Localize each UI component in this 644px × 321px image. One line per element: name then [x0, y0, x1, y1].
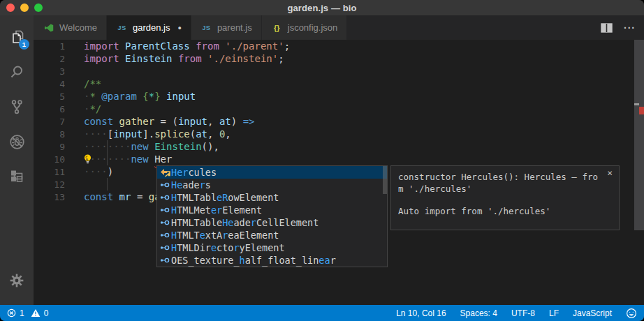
suggest-item[interactable]: HTMLDirectoryElement: [157, 241, 387, 254]
zoom-window-button[interactable]: [34, 3, 43, 12]
class-symbol-icon: [159, 168, 171, 177]
close-window-button[interactable]: [6, 3, 15, 12]
code-text: import ParentClass from './parent';: [84, 40, 290, 52]
modified-dot[interactable]: ●: [177, 24, 181, 31]
line-number: 4: [34, 78, 84, 91]
code-line[interactable]: 9········new Einstein(),: [34, 140, 644, 153]
status-bar: 1 0 Ln 10, Col 16 Spaces: 4 UTF-8 LF Jav…: [0, 305, 644, 321]
code-text: ····): [84, 165, 113, 178]
eol-status[interactable]: LF: [549, 308, 559, 318]
tab-label: jsconfig.json: [288, 22, 338, 33]
code-text: const gather = (input, at) =>: [84, 115, 254, 128]
code-line[interactable]: 6·*/: [34, 103, 644, 115]
global-symbol-icon: [159, 255, 171, 265]
suggest-item[interactable]: HTMLTableRowElement: [157, 191, 387, 204]
tab-welcome[interactable]: Welcome: [34, 15, 107, 40]
line-number: 3: [34, 66, 84, 78]
suggest-widget: HerculesHeadersHTMLTableRowElementHTMLMe…: [156, 165, 388, 267]
code-text: /**: [84, 77, 101, 90]
cursor-position-status[interactable]: Ln 10, Col 16: [396, 308, 446, 318]
suggest-item[interactable]: Hercules: [157, 166, 387, 179]
suggest-docs-signature: constructor Hercules(): Hercules — from …: [398, 171, 602, 195]
tab-garden-js[interactable]: JS garden.js ●: [107, 15, 191, 40]
line-number: 12: [34, 179, 84, 191]
overview-cursor-marker: [634, 103, 639, 105]
feedback-smiley-icon[interactable]: [626, 308, 637, 319]
code-line[interactable]: 10········new Her: [34, 153, 644, 165]
tab-bar: Welcome JS garden.js ● JS parent.js {} j…: [34, 15, 644, 40]
global-symbol-icon: [159, 205, 171, 215]
git-branch-icon: [8, 98, 25, 115]
code-text: ····[input].splice(at, 0,: [84, 128, 231, 140]
suggest-item[interactable]: OES_texture_half_float_linear: [157, 254, 387, 267]
line-number: 6: [34, 103, 84, 116]
warning-icon: [31, 308, 41, 318]
code-line[interactable]: 1import ParentClass from './parent';: [34, 40, 644, 52]
suggest-item-label: Headers: [171, 179, 211, 191]
gear-icon: [9, 273, 24, 288]
code-text: ·* @param {*} input: [84, 90, 196, 103]
welcome-icon: [43, 22, 54, 33]
indentation-status[interactable]: Spaces: 4: [460, 308, 497, 318]
tab-jsconfig-json[interactable]: {} jsconfig.json: [262, 15, 348, 40]
line-number: 8: [34, 128, 84, 141]
code-line[interactable]: 3: [34, 65, 644, 77]
more-actions-icon[interactable]: ···: [624, 22, 636, 33]
sidebar-item-extensions[interactable]: [0, 159, 34, 194]
error-count: 1: [20, 308, 24, 318]
sidebar-item-explorer[interactable]: 1: [0, 20, 34, 54]
suggest-docs-popup: constructor Hercules(): Hercules — from …: [390, 165, 620, 230]
sidebar-item-source-control[interactable]: [0, 89, 34, 124]
encoding-status[interactable]: UTF-8: [511, 308, 535, 318]
line-number: 5: [34, 91, 84, 103]
line-number: 11: [34, 166, 84, 179]
warning-count: 0: [44, 308, 49, 318]
suggest-item[interactable]: HTMLTextAreaElement: [157, 229, 387, 241]
code-text: ········new Her: [84, 153, 172, 165]
vscode-window: garden.js — bio 1: [0, 0, 644, 321]
suggest-item-label: OES_texture_half_float_linear: [171, 255, 336, 266]
line-number: 13: [34, 191, 84, 204]
split-editor-icon[interactable]: [601, 23, 613, 33]
code-text: ········new Einstein(),: [84, 140, 219, 153]
tab-label: garden.js: [133, 22, 170, 33]
suggest-list: HerculesHeadersHTMLTableRowElementHTMLMe…: [157, 166, 387, 267]
suggest-item-label: HTMLMeterElement: [171, 204, 262, 216]
global-symbol-icon: [159, 193, 171, 202]
minimize-window-button[interactable]: [20, 3, 29, 12]
js-icon: JS: [200, 24, 212, 31]
language-mode-status[interactable]: JavaScript: [573, 308, 612, 318]
extensions-icon: [8, 168, 25, 185]
error-icon: [7, 308, 16, 318]
code-line[interactable]: 2import Einstein from './einstein';: [34, 52, 644, 65]
suggest-item[interactable]: HTMLTableHeaderCellElement: [157, 216, 387, 229]
code-line[interactable]: 7const gather = (input, at) =>: [34, 115, 644, 128]
js-icon: JS: [116, 24, 128, 31]
code-line[interactable]: 4/**: [34, 77, 644, 90]
tab-label: parent.js: [217, 22, 252, 33]
debug-no-bug-icon: [8, 133, 26, 151]
code-line[interactable]: 5·* @param {*} input: [34, 90, 644, 103]
editor-scrollbar[interactable]: [634, 40, 644, 305]
suggest-item-label: HTMLTableRowElement: [171, 192, 279, 203]
sidebar-item-search[interactable]: [0, 54, 34, 89]
problems-status[interactable]: 1 0: [7, 308, 48, 318]
tab-label: Welcome: [59, 22, 97, 33]
window-title: garden.js — bio: [287, 3, 356, 13]
activity-bar: 1: [0, 15, 34, 305]
close-icon[interactable]: ×: [607, 167, 613, 178]
sidebar-item-debug[interactable]: [0, 124, 34, 159]
settings-gear-button[interactable]: [0, 263, 34, 298]
explorer-badge: 1: [19, 39, 29, 50]
suggest-item[interactable]: HTMLMeterElement: [157, 204, 387, 216]
code-editor[interactable]: 1import ParentClass from './parent';2imp…: [34, 40, 644, 305]
code-line[interactable]: 8····[input].splice(at, 0,: [34, 128, 644, 140]
line-number: 2: [34, 53, 84, 66]
suggest-scrollbar[interactable]: [383, 166, 387, 194]
tab-parent-js[interactable]: JS parent.js: [191, 15, 262, 40]
scrollbar-thumb[interactable]: [634, 40, 644, 230]
suggest-item-label: HTMLDirectoryElement: [171, 242, 285, 253]
global-symbol-icon: [159, 243, 171, 253]
suggest-item[interactable]: Headers: [157, 179, 387, 191]
line-number: 9: [34, 141, 84, 154]
